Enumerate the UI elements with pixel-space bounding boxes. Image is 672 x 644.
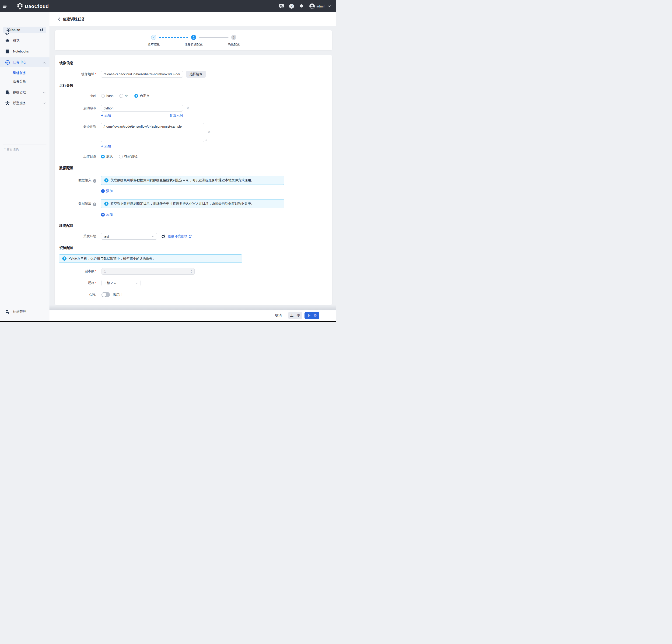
config-example-link[interactable]: 配置示例 (170, 114, 183, 118)
alert-text: 关联数据集可以将数据集内的数据直接挂载到指定目录，可以在训练任务中通过本地文件方… (111, 178, 254, 182)
workspace-selector[interactable]: baize (3, 27, 46, 33)
radio-workdir-default[interactable]: 默认 (101, 154, 113, 159)
sidebar: AI Lab baize (0, 12, 49, 321)
user-menu-chevron-down-icon[interactable] (328, 0, 331, 12)
radio-workdir-custom-path[interactable]: 指定路径 (119, 154, 137, 159)
refresh-env-icon[interactable] (161, 234, 166, 239)
number-stepper-icons[interactable]: ▲▼ (190, 269, 192, 274)
replicas-input-disabled: 1 ▲▼ (101, 268, 195, 275)
chevron-up-icon[interactable] (43, 60, 46, 64)
page-title: 创建训练任务 (63, 17, 85, 22)
toggle-knob (102, 293, 106, 297)
chevron-down-icon[interactable] (43, 90, 46, 95)
stepper-card: ✓ 2 3 基本信息 任务资源配置 高级配置 (55, 30, 332, 50)
create-env-dependency-link[interactable]: 创建环境依赖 (168, 234, 192, 238)
image-address-label: 镜像地址* (55, 72, 96, 76)
notification-bell-icon[interactable] (299, 0, 304, 12)
external-link-icon (189, 235, 192, 238)
radio-icon (119, 155, 123, 158)
daocloud-logo-icon (17, 0, 23, 12)
radio-bash[interactable]: bash (101, 94, 113, 98)
start-command-input[interactable] (101, 105, 183, 111)
workspace-name: baize (11, 28, 20, 32)
env-row: 关联环境 test 创建环境依赖 (55, 233, 192, 240)
step-connector-solid (199, 37, 228, 38)
gpu-row: GPU 未启用 (55, 292, 122, 297)
plus-icon: + (101, 114, 103, 117)
question-help-icon[interactable]: ? (93, 179, 96, 183)
gpu-status-text: 未启用 (113, 293, 122, 297)
data-input-label: 数据输入? (55, 176, 96, 183)
sidebar-item-label: 数据管理 (13, 90, 26, 95)
radio-sh[interactable]: sh (119, 94, 128, 98)
cancel-button[interactable]: 取消 (275, 313, 281, 318)
data-output-info-alert: i 将空数据集挂载到指定目录，训练任务中可将需要持久化写入此目录，系统会自动保存… (101, 199, 284, 208)
sidebar-item-label: 运维管理 (13, 310, 26, 314)
task-center-icon (5, 60, 10, 65)
workspace-switch-icon[interactable] (40, 28, 44, 33)
menu-icon[interactable] (3, 0, 7, 12)
env-select[interactable]: test (101, 233, 157, 240)
select-chevron-down-icon (135, 281, 138, 285)
question-help-icon[interactable]: ? (93, 203, 96, 206)
radio-label: 默认 (106, 154, 113, 159)
user-name[interactable]: admin (316, 0, 325, 12)
help-icon[interactable]: ? (289, 0, 294, 12)
sidebar-item-task-center[interactable]: 任务中心 (0, 57, 49, 67)
sidebar-item-overview[interactable]: 概览 (0, 37, 49, 44)
required-asterisk: * (95, 281, 96, 285)
radio-label: 自定义 (140, 94, 149, 98)
chevron-down-icon[interactable] (43, 101, 46, 105)
workspace-baize-icon (6, 28, 11, 33)
sidebar-item-model-services[interactable]: 模型服务 (0, 100, 49, 107)
required-asterisk: * (95, 72, 96, 76)
radio-label: bash (106, 94, 113, 98)
required-asterisk: * (95, 269, 96, 273)
remove-args-icon[interactable]: ✕ (207, 130, 211, 134)
pytorch-info-alert: i Pytorch 单机，仅适用与数据集较小，模型较小的训练任务。 (59, 254, 242, 263)
info-icon: i (104, 202, 108, 206)
plus-circle-icon: + (101, 189, 105, 193)
radio-icon (119, 94, 123, 98)
env-select-value: test (104, 235, 109, 238)
section-title-run-params: 运行参数 (59, 83, 73, 88)
next-step-button[interactable]: 下一步 (304, 312, 319, 319)
prev-step-button[interactable]: 上一步 (288, 312, 302, 319)
sidebar-item-label: 训练任务 (13, 71, 26, 75)
avatar[interactable] (309, 0, 315, 12)
bottom-edge-strip (0, 321, 336, 322)
section-title-image-info: 镜像信息 (59, 61, 73, 65)
workdir-row: 工作目录 默认 指定路径 (55, 154, 137, 159)
env-label: 关联环境 (55, 234, 96, 238)
command-args-textarea[interactable]: /home/jovyan/code/tensorflow/tf-fashion-… (101, 123, 204, 142)
replicas-row: 副本数* 1 ▲▼ (55, 268, 195, 275)
resize-handle[interactable] (205, 139, 207, 141)
back-arrow-icon[interactable] (58, 17, 62, 22)
plus-circle-icon: + (101, 213, 105, 216)
notebook-icon (5, 49, 10, 54)
section-title-env-config: 环境配置 (59, 224, 73, 228)
add-args-link[interactable]: +添加 (101, 144, 111, 148)
message-icon[interactable] (279, 0, 284, 12)
sidebar-subitem-task-analysis[interactable]: 任务分析 (0, 79, 49, 84)
person-gear-icon (5, 309, 10, 314)
spec-select[interactable]: 1 核 2 G (101, 280, 141, 286)
radio-selected-icon (101, 155, 105, 158)
gpu-toggle-off[interactable] (101, 292, 110, 297)
sidebar-item-label: 任务中心 (13, 60, 26, 64)
add-data-input-link[interactable]: + 添加 (101, 189, 113, 193)
sidebar-subitem-training-tasks[interactable]: 训练任务 (0, 70, 49, 76)
eye-icon (5, 38, 10, 43)
add-data-output-link[interactable]: + 添加 (101, 213, 113, 217)
sidebar-item-notebooks[interactable]: Notebooks (0, 48, 49, 55)
args-add-row: +添加 (55, 144, 111, 148)
radio-custom[interactable]: 自定义 (134, 94, 149, 98)
add-command-link[interactable]: +添加 (101, 114, 111, 118)
sidebar-item-ops-management[interactable]: 运维管理 (0, 308, 49, 315)
sidebar-item-label: Notebooks (13, 49, 29, 53)
select-image-button[interactable]: 选择镜像 (186, 71, 206, 78)
image-address-input[interactable] (101, 71, 183, 78)
alert-text: Pytorch 单机，仅适用与数据集较小，模型较小的训练任务。 (69, 257, 156, 261)
remove-command-icon[interactable]: ✕ (186, 106, 190, 110)
sidebar-item-data-management[interactable]: 数据管理 (0, 89, 49, 96)
